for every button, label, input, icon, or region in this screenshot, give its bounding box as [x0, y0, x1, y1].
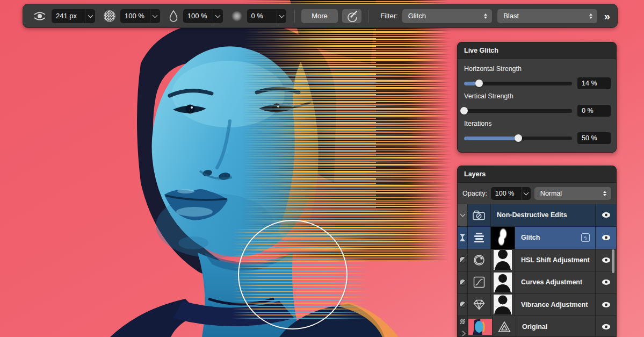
- slider-fill: [464, 137, 518, 140]
- chevron-down-icon: [523, 190, 529, 196]
- visibility-toggle[interactable]: [595, 204, 616, 226]
- silhouette-thumbnail: [494, 250, 512, 270]
- layer-mask-thumbnail[interactable]: [490, 227, 515, 249]
- hardness-combo[interactable]: 100 %: [183, 9, 223, 23]
- layer-row-glitch[interactable]: Glitch ϟ: [458, 227, 616, 249]
- image-layer-strip[interactable]: [458, 316, 467, 337]
- layer-row-non-destructive-edits[interactable]: Non-Destructive Edits: [458, 204, 616, 227]
- layer-list: Non-Destructive Edits Glitch ϟ: [458, 204, 616, 337]
- brush-width-combo[interactable]: 241 px: [52, 9, 95, 23]
- visibility-toggle[interactable]: [595, 316, 616, 337]
- horizontal-strength-label: Horizontal Strength: [464, 65, 611, 73]
- filter-type-select[interactable]: Blast: [497, 9, 597, 23]
- image-layer-icon: [493, 316, 516, 337]
- flow-combo[interactable]: 0 %: [247, 9, 287, 23]
- layer-name[interactable]: Curves Adjustment: [515, 271, 595, 293]
- layers-opacity-row: Opacity: 100 % Normal: [458, 183, 616, 204]
- horizontal-strength-group: Horizontal Strength 14 %: [463, 65, 611, 89]
- iterations-group: Iterations 50 %: [463, 120, 611, 144]
- chevron-down-icon: [460, 212, 465, 217]
- chevron-right-icon: [460, 331, 465, 336]
- adjustment-indicator: [458, 294, 467, 316]
- visibility-toggle[interactable]: [595, 294, 616, 316]
- iterations-label: Iterations: [464, 120, 611, 127]
- wet-edges-button[interactable]: [342, 9, 361, 23]
- toolbar-overflow-icon[interactable]: »: [604, 11, 609, 21]
- vertical-strength-value[interactable]: 0 %: [577, 105, 611, 117]
- eye-icon: [602, 302, 611, 308]
- layer-row-hsl-shift[interactable]: HSL Shift Adjustment: [458, 249, 616, 272]
- slider-thumb[interactable]: [460, 107, 468, 114]
- opacity-combo[interactable]: 100 %: [120, 9, 160, 23]
- eye-icon: [602, 279, 611, 285]
- glitch-layer-stack-icon: [467, 227, 490, 249]
- hardness-value[interactable]: 100 %: [183, 9, 213, 23]
- layer-thumbnail[interactable]: [467, 316, 493, 337]
- visibility-toggle[interactable]: [595, 227, 616, 249]
- updown-arrows-icon: [585, 13, 592, 19]
- layer-thumbnail[interactable]: [490, 294, 515, 316]
- filter-type-value: Blast: [503, 12, 519, 20]
- layers-panel: Layers Opacity: 100 % Normal Non-Destruc…: [457, 166, 617, 337]
- filter-select-value: Glitch: [408, 12, 426, 20]
- flow-value[interactable]: 0 %: [247, 9, 277, 23]
- layer-name[interactable]: Vibrance Adjustment: [515, 294, 595, 316]
- layer-row-curves[interactable]: Curves Adjustment: [458, 271, 616, 294]
- brush-context-toolbar: 241 px 100 % 100 % 0 % More Filter: Glit…: [23, 4, 618, 28]
- vertical-strength-slider[interactable]: [464, 109, 572, 113]
- hardness-icon: [169, 10, 178, 23]
- brush-circle-icon: [345, 10, 358, 23]
- layer-name[interactable]: HSL Shift Adjustment: [515, 249, 595, 271]
- layers-opacity-value[interactable]: 100 %: [491, 187, 521, 200]
- adjustment-indicator: [458, 249, 467, 271]
- more-button[interactable]: More: [301, 9, 338, 23]
- layers-scrollbar[interactable]: [612, 249, 614, 273]
- layer-thumbnail[interactable]: [490, 249, 515, 271]
- layers-panel-title: Layers: [458, 166, 616, 183]
- hardness-dropdown[interactable]: [213, 9, 223, 23]
- live-glitch-body: Horizontal Strength 14 % Vertical Streng…: [458, 59, 616, 144]
- visibility-toggle[interactable]: [595, 271, 616, 293]
- group-expand-toggle[interactable]: [458, 204, 467, 226]
- half-circle-icon: [459, 279, 466, 286]
- live-glitch-panel: Live Glitch Horizontal Strength 14 % Ver…: [457, 42, 617, 153]
- silhouette-thumbnail: [494, 295, 512, 314]
- horizontal-strength-slider[interactable]: [464, 82, 572, 85]
- brush-width-icon: [33, 10, 47, 22]
- live-filter-group-icon: [467, 204, 490, 226]
- filter-select[interactable]: Glitch: [402, 9, 493, 23]
- iterations-slider[interactable]: [464, 137, 572, 140]
- half-circle-icon: [459, 301, 466, 308]
- chevron-down-icon: [215, 12, 221, 18]
- layers-opacity-combo[interactable]: 100 %: [491, 187, 531, 200]
- opacity-icon: [104, 10, 115, 22]
- slider-thumb[interactable]: [515, 134, 522, 142]
- chevron-down-icon: [88, 12, 93, 18]
- iterations-value[interactable]: 50 %: [577, 132, 611, 144]
- opacity-value[interactable]: 100 %: [120, 9, 150, 23]
- brush-width-dropdown[interactable]: [85, 9, 95, 23]
- slider-thumb[interactable]: [475, 80, 483, 87]
- layer-name[interactable]: Original: [516, 316, 595, 337]
- flow-icon: [231, 11, 242, 21]
- layer-name: Glitch: [521, 234, 540, 241]
- layer-row-vibrance[interactable]: Vibrance Adjustment: [458, 294, 616, 317]
- updown-arrows-icon: [599, 191, 606, 196]
- live-glitch-panel-title: Live Glitch: [458, 42, 616, 59]
- layer-name-cell[interactable]: Glitch ϟ: [515, 227, 595, 249]
- flow-dropdown[interactable]: [277, 9, 287, 23]
- half-circle-icon: [459, 256, 466, 263]
- edit-state-indicator: [458, 227, 467, 249]
- layer-thumbnail[interactable]: [490, 271, 515, 293]
- layer-row-original[interactable]: Original: [458, 316, 616, 337]
- layer-name[interactable]: Non-Destructive Edits: [490, 204, 595, 226]
- opacity-dropdown[interactable]: [150, 9, 160, 23]
- layers-opacity-dropdown[interactable]: [521, 187, 531, 200]
- horizontal-strength-value[interactable]: 14 %: [577, 77, 611, 89]
- curves-adjustment-icon: [467, 271, 490, 293]
- vibrance-adjustment-icon: [467, 294, 490, 316]
- chevron-down-icon: [279, 12, 284, 18]
- live-filter-badge-icon: ϟ: [581, 233, 590, 242]
- brush-width-value[interactable]: 241 px: [52, 9, 85, 23]
- blend-mode-select[interactable]: Normal: [534, 187, 611, 200]
